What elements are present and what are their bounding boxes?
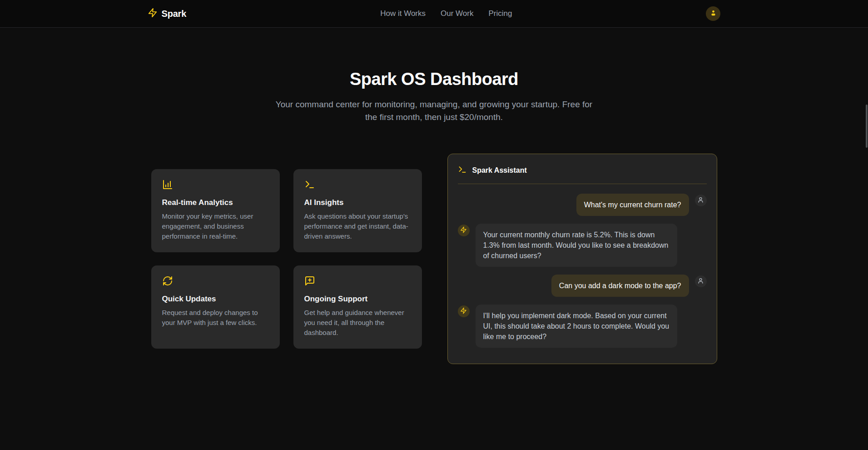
user-avatar — [695, 195, 707, 206]
scrollbar-thumb[interactable] — [866, 105, 868, 148]
feature-description: Get help and guidance whenever you need … — [304, 308, 411, 338]
user-message-bubble: Can you add a dark mode to the app? — [551, 275, 689, 297]
feature-grid: Real-time Analytics Monitor your key met… — [151, 169, 422, 349]
zap-icon — [460, 307, 467, 316]
hero-subtitle: Your command center for monitoring, mana… — [275, 98, 593, 124]
brand-logo[interactable]: Spark — [148, 8, 187, 20]
feature-description: Ask questions about your startup's perfo… — [304, 211, 411, 241]
feature-card-analytics: Real-time Analytics Monitor your key met… — [151, 169, 280, 252]
chat-message-user: What's my current churn rate? — [458, 194, 707, 216]
assistant-avatar — [458, 305, 470, 317]
user-icon — [697, 196, 704, 205]
chat-messages: What's my current churn rate? Your curre… — [458, 194, 707, 348]
page-title: Spark OS Dashboard — [0, 70, 868, 89]
feature-title: Real-time Analytics — [162, 198, 269, 207]
feature-card-ongoing-support: Ongoing Support Get help and guidance wh… — [293, 265, 422, 349]
terminal-icon — [304, 179, 411, 190]
assistant-message-bubble: Your current monthly churn rate is 5.2%.… — [476, 224, 677, 267]
assistant-panel-title: Spark Assistant — [472, 166, 527, 175]
refresh-icon — [162, 275, 269, 286]
nav-container: Spark How it Works Our Work Pricing — [148, 0, 721, 27]
user-message-bubble: What's my current churn rate? — [576, 194, 689, 216]
chat-message-user: Can you add a dark mode to the app? — [458, 275, 707, 297]
chat-message-assistant: I'll help you implement dark mode. Based… — [458, 305, 707, 348]
message-square-plus-icon — [304, 275, 411, 286]
nav-link-how-it-works[interactable]: How it Works — [380, 9, 426, 18]
chat-message-assistant: Your current monthly churn rate is 5.2%.… — [458, 224, 707, 267]
nav-link-pricing[interactable]: Pricing — [488, 9, 512, 18]
feature-description: Monitor your key metrics, user engagemen… — [162, 211, 269, 241]
assistant-avatar — [458, 225, 470, 236]
brand-name: Spark — [162, 9, 187, 19]
zap-icon — [460, 226, 467, 235]
nav-links: How it Works Our Work Pricing — [380, 9, 512, 18]
spark-assistant-panel: Spark Assistant What's my current churn … — [447, 154, 717, 364]
account-button[interactable] — [706, 6, 720, 21]
user-icon — [709, 9, 717, 18]
assistant-panel-header: Spark Assistant — [458, 165, 707, 176]
feature-card-ai-insights: AI Insights Ask questions about your sta… — [293, 169, 422, 252]
user-avatar — [695, 275, 707, 287]
user-icon — [697, 277, 704, 286]
chart-column-icon — [162, 179, 269, 190]
top-nav: Spark How it Works Our Work Pricing — [0, 0, 868, 28]
main-content: Real-time Analytics Monitor your key met… — [0, 154, 868, 364]
zap-icon — [148, 8, 158, 20]
hero-section: Spark OS Dashboard Your command center f… — [0, 70, 868, 124]
feature-title: Quick Updates — [162, 295, 269, 304]
feature-title: AI Insights — [304, 198, 411, 207]
nav-link-our-work[interactable]: Our Work — [441, 9, 473, 18]
panel-divider — [458, 184, 707, 184]
feature-description: Request and deploy changes to your MVP w… — [162, 308, 269, 328]
feature-title: Ongoing Support — [304, 295, 411, 304]
feature-card-quick-updates: Quick Updates Request and deploy changes… — [151, 265, 280, 349]
terminal-icon — [458, 165, 467, 176]
assistant-message-bubble: I'll help you implement dark mode. Based… — [476, 305, 677, 348]
